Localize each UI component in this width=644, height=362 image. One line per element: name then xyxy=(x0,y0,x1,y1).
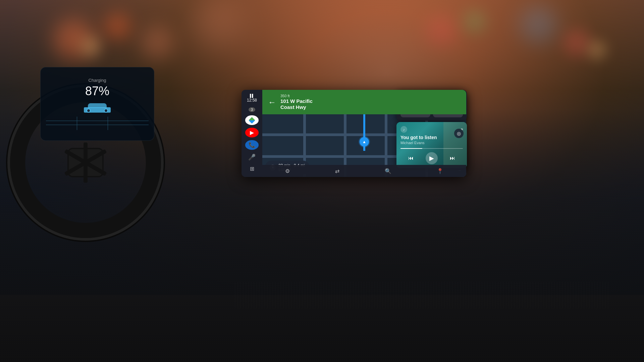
mic-icon-button[interactable]: 🎤 xyxy=(245,153,259,162)
aa-sidebar: ▌▌ 12:58 3 ▶ 📞 🎤 ⊞ xyxy=(241,90,262,177)
artist-name: Michael Evans xyxy=(400,141,463,145)
battery-percent: 87% xyxy=(85,84,109,98)
recenter-button[interactable]: ◎ xyxy=(454,129,464,138)
google-maps-icon xyxy=(249,117,255,124)
navigation-text: 350 ft 101 W Pacific Coast Hwy xyxy=(280,94,462,110)
location-arrow-icon: ▲ xyxy=(362,139,366,144)
search-button[interactable]: 🔍 xyxy=(385,168,391,174)
phone-icon: 📞 xyxy=(249,142,255,148)
music-progress-fill xyxy=(400,148,422,149)
charging-label: Charging xyxy=(89,78,106,83)
status-bar: ▌▌ 12:58 xyxy=(241,93,262,105)
signal-icon: ▌▌ xyxy=(250,94,254,98)
next-track-button[interactable]: ⏭ xyxy=(446,152,459,164)
music-controls: ⏮ ▶ ⏭ xyxy=(400,152,463,164)
turn-indicator: ← xyxy=(267,97,277,107)
track-title: You got to listen xyxy=(400,135,463,140)
previous-track-button[interactable]: ⏮ xyxy=(405,152,417,164)
route-options-button[interactable]: ⇄ xyxy=(335,168,339,174)
maps-icon-button[interactable] xyxy=(245,115,259,125)
clock: 12:58 xyxy=(247,98,257,103)
instrument-cluster: Charging 87% xyxy=(40,67,154,141)
settings-button[interactable]: ⚙ xyxy=(285,168,290,174)
play-pause-button[interactable]: ▶ xyxy=(426,152,438,164)
prev-icon: ⏮ xyxy=(408,155,414,161)
save-location-button[interactable]: 📍 xyxy=(437,168,443,174)
navigation-banner: ← 350 ft 101 W Pacific Coast Hwy xyxy=(262,90,466,114)
turn-arrow-icon: ← xyxy=(268,98,276,107)
notification-badge[interactable]: 3 xyxy=(249,107,255,112)
microphone-icon: 🎤 xyxy=(248,154,256,161)
current-location-marker: ▲ xyxy=(360,137,369,146)
music-progress-bar xyxy=(400,148,463,149)
phone-icon-button[interactable]: 📞 xyxy=(245,140,259,150)
map-controls: ◎ xyxy=(454,129,464,138)
music-app-icon: ♪ xyxy=(400,126,407,133)
next-icon: ⏭ xyxy=(450,155,455,161)
map-toolbar: ⚙ ⇄ 🔍 📍 xyxy=(262,165,466,177)
all-apps-icon-button[interactable]: ⊞ xyxy=(245,164,259,174)
youtube-music-icon-button[interactable]: ▶ xyxy=(245,128,259,137)
nav-distance: 350 ft xyxy=(280,94,462,98)
nav-street: 101 W Pacific Coast Hwy xyxy=(280,98,462,110)
notification-count: 3 xyxy=(251,108,253,112)
music-icon-row: ♪ xyxy=(400,126,463,133)
play-icon: ▶ xyxy=(429,155,434,162)
grid-icon: ⊞ xyxy=(250,166,254,172)
youtube-icon: ▶ xyxy=(250,129,254,136)
